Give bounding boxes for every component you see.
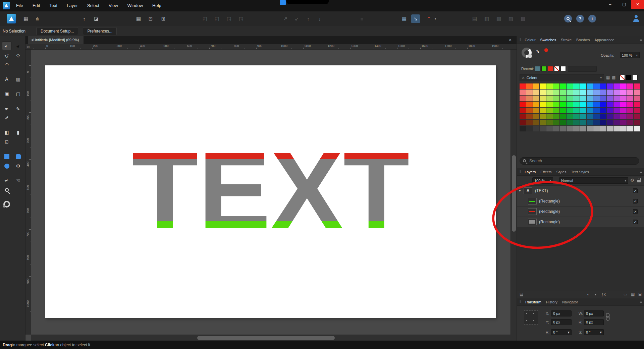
swatch-cell[interactable] (634, 96, 640, 101)
view-hand-tool[interactable]: ☜ (13, 176, 23, 185)
swatch-cell[interactable] (587, 120, 593, 125)
swatch-cell[interactable] (607, 120, 613, 125)
swatch-cell[interactable] (526, 120, 533, 125)
swatch-cell[interactable] (526, 96, 533, 101)
canvas-viewport[interactable]: TEXT (31, 50, 511, 335)
replace-selection-icon[interactable]: ◳ (237, 14, 246, 23)
swatch-cell[interactable] (593, 120, 600, 125)
swatch-cell[interactable] (587, 90, 593, 95)
corner-tool[interactable]: ◠ (2, 60, 11, 69)
menu-view[interactable]: View (104, 0, 123, 11)
swatch-cell[interactable] (607, 102, 613, 107)
swatch-cell[interactable] (520, 108, 526, 113)
swatch-cell[interactable] (613, 90, 620, 95)
swatch-cell[interactable] (546, 90, 553, 95)
swatch-cell[interactable] (573, 96, 580, 101)
swatch-cell[interactable] (620, 90, 627, 95)
swatch-cell[interactable] (613, 83, 620, 89)
transform-input-y[interactable]: 0 px (551, 319, 572, 325)
swatch-cell[interactable] (600, 102, 606, 107)
document-setup-button[interactable]: Document Setup... (36, 27, 78, 35)
swatch-cell[interactable] (540, 102, 546, 107)
rounded-rectangle-tool[interactable] (13, 152, 23, 161)
menu-window[interactable]: Window (123, 0, 148, 11)
tab-appearance[interactable]: Appearance (592, 36, 616, 44)
swatch-cell[interactable] (634, 114, 640, 119)
swatch-cell[interactable] (546, 114, 553, 119)
vertical-scrollbar[interactable] (511, 50, 517, 335)
swatch-cell[interactable] (520, 83, 526, 89)
swatch-cell[interactable] (573, 126, 580, 131)
swatch-cell[interactable] (607, 90, 613, 95)
swatch-cell[interactable] (540, 120, 546, 125)
swatch-cell[interactable] (526, 114, 533, 119)
menu-text[interactable]: Text (45, 0, 62, 11)
swatch-cell[interactable] (580, 90, 586, 95)
swatch-cell[interactable] (620, 114, 627, 119)
menu-select[interactable]: Select (83, 0, 104, 11)
swatch-cell[interactable] (553, 96, 559, 101)
swatch-cell[interactable] (634, 126, 640, 131)
swatch-cell[interactable] (553, 126, 559, 131)
move-forward-icon[interactable]: ↗ (281, 14, 290, 23)
swatch-cell[interactable] (526, 126, 533, 131)
swatch-cell[interactable] (627, 83, 633, 89)
swatch-cell[interactable] (560, 120, 566, 125)
menu-edit[interactable]: Edit (28, 0, 45, 11)
custom-shape-tool[interactable]: ⚙ (13, 162, 23, 170)
swatch-cell[interactable] (546, 120, 553, 125)
vector-brush-tool[interactable]: ✐ (2, 114, 11, 122)
swatch-cell[interactable] (567, 120, 573, 125)
tab-colour[interactable]: Colour (522, 36, 538, 44)
layer-visibility-checkbox[interactable]: ✓ (633, 188, 638, 193)
panel-menu-icon[interactable]: ≡ (640, 298, 642, 306)
swatch-cell[interactable] (600, 96, 606, 101)
tab-brushes[interactable]: Brushes (574, 36, 592, 44)
transform-input-h[interactable]: 0 px (584, 319, 604, 325)
alignment-icon[interactable]: ≡ (358, 14, 366, 23)
insert-on-top-icon[interactable]: ◲ (225, 14, 233, 23)
frame-text-tool[interactable]: ▥ (13, 75, 23, 83)
swatch-cell[interactable] (634, 102, 640, 107)
menu-help[interactable]: Help (148, 0, 166, 11)
group-icon[interactable]: ▦ (631, 292, 635, 297)
swatch-cell[interactable] (627, 114, 633, 119)
swatch-cell[interactable] (553, 114, 559, 119)
swatch-cell[interactable] (546, 96, 553, 101)
swatch-cell[interactable] (573, 120, 580, 125)
swatch-cell[interactable] (567, 90, 573, 95)
close-document-icon[interactable]: ✕ (507, 36, 513, 44)
layer-row[interactable]: (Rectangle)✓ (517, 196, 644, 207)
tab-stroke[interactable]: Stroke (558, 36, 574, 44)
tab-layers[interactable]: Layers (522, 168, 538, 176)
swatch-cell[interactable] (620, 83, 627, 89)
palette-dropdown[interactable]: ◬ Colors ▾ (520, 74, 604, 81)
swatch-cell[interactable] (520, 114, 526, 119)
layer-opacity-dropdown[interactable]: 100 % ▾ (532, 177, 553, 184)
swatch-cell[interactable] (634, 120, 640, 125)
swatch-cell[interactable] (613, 96, 620, 101)
swatch-cell[interactable] (533, 96, 539, 101)
swatch-cell[interactable] (533, 114, 539, 119)
swatch-cell[interactable] (593, 102, 600, 107)
swatch-cell[interactable] (593, 83, 600, 89)
canvas-text-object[interactable]: TEXT (132, 136, 410, 245)
swatch-cell[interactable] (580, 83, 586, 89)
delete-layer-icon[interactable]: ⊟ (638, 292, 642, 297)
insert-inside-icon[interactable]: ◱ (213, 14, 221, 23)
swatch-cell[interactable] (533, 83, 539, 89)
snapping-caret-icon[interactable]: ▾ (433, 14, 437, 23)
menu-file[interactable]: File (11, 0, 28, 11)
swatch-cell[interactable] (634, 108, 640, 113)
fx-icon[interactable]: ƒx (601, 292, 606, 297)
fill-gradient-tool[interactable]: ◧ (2, 128, 11, 137)
arrange-divide-icon[interactable]: ▤ (470, 14, 479, 23)
swatch-cell[interactable] (520, 90, 526, 95)
swatch-cell[interactable] (573, 90, 580, 95)
new-layer-icon[interactable]: ▭ (624, 292, 627, 297)
account-person-icon[interactable] (632, 14, 640, 22)
quick-swatch[interactable] (632, 75, 638, 80)
swatch-cell[interactable] (613, 120, 620, 125)
swatch-cell[interactable] (600, 83, 606, 89)
swatch-cell[interactable] (587, 126, 593, 131)
